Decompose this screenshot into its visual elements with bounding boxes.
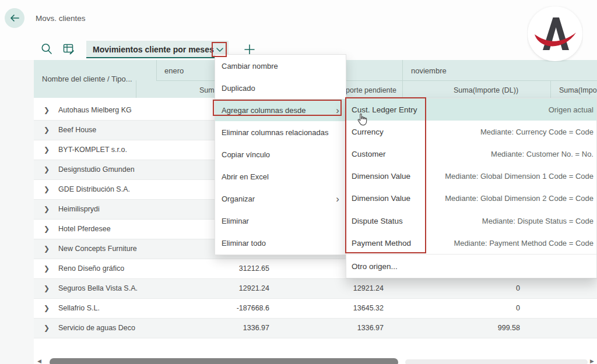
expand-chevron-icon[interactable]: ❯ — [44, 259, 50, 278]
customer-name: Designstudio Gmunden — [58, 160, 135, 179]
menu-item-label: Organizar — [222, 195, 255, 203]
menu-item-label: Abrir en Excel — [222, 172, 269, 181]
submenu-item-dimension-value-2[interactable]: Dimension Value Mediante: Global Dimensi… — [346, 188, 596, 210]
submenu-item-detail: Mediante: Payment Method Code = Code — [454, 239, 594, 248]
cell-value: 13645.32 — [353, 299, 384, 318]
column-header-suma-importe-dl[interactable]: Suma(Importe (DL)) — [454, 86, 518, 94]
menu-item-label: Cambiar nombre — [222, 62, 278, 70]
expand-chevron-icon[interactable]: ❯ — [44, 319, 50, 338]
customer-name: Seguros Bella Vista S.A. — [58, 279, 138, 298]
column-header-customer-name[interactable]: Nombre del cliente / Tipo... — [42, 60, 132, 98]
chevron-right-icon: › — [336, 194, 339, 204]
view-context-menu: Cambiar nombre Duplicado Agregar columna… — [215, 54, 346, 255]
customer-name: New Concepts Furniture — [58, 239, 137, 259]
scrollbar-track[interactable] — [405, 359, 588, 364]
menu-item-eliminar-columnas-relacionadas[interactable]: Eliminar columnas relacionadas — [215, 121, 346, 143]
company-logo — [527, 6, 583, 62]
tab-view-movimientos-cliente-por-meses[interactable]: Movimientos cliente por meses — [86, 41, 229, 58]
menu-item-eliminar[interactable]: Eliminar — [215, 210, 346, 232]
customer-name: Beef House — [58, 121, 96, 140]
submenu-item-payment-method[interactable]: Payment Method Mediante: Payment Method … — [346, 232, 596, 254]
header-divider — [550, 80, 551, 98]
menu-item-duplicado[interactable]: Duplicado — [215, 77, 346, 99]
submenu-item-dimension-value-1[interactable]: Dimension Value Mediante: Global Dimensi… — [346, 165, 596, 188]
header-divider — [402, 60, 403, 98]
scroll-left-arrow-icon[interactable]: ◀ — [37, 358, 41, 364]
menu-item-label: Eliminar todo — [222, 239, 266, 248]
back-icon — [9, 13, 20, 23]
menu-item-eliminar-todo[interactable]: Eliminar todo — [215, 232, 346, 255]
expand-chevron-icon[interactable]: ❯ — [44, 140, 50, 160]
expand-chevron-icon[interactable]: ❯ — [44, 200, 50, 219]
menu-item-organizar[interactable]: Organizar › — [215, 188, 346, 210]
business-central-window: Movs. clientes Movimientos cliente por m… — [0, 0, 597, 364]
expand-chevron-icon[interactable]: ❯ — [44, 299, 50, 318]
scrollbar-thumb[interactable] — [50, 358, 398, 364]
cell-value: 1336.97 — [243, 319, 269, 338]
customer-name: Autohaus Mielberg KG — [58, 101, 132, 120]
expand-chevron-icon[interactable]: ❯ — [44, 160, 50, 179]
scroll-right-arrow-icon[interactable]: ▶ — [590, 358, 594, 364]
customer-name: Sellafrio S.L. — [58, 299, 100, 318]
menu-item-cambiar-nombre[interactable]: Cambiar nombre — [215, 55, 346, 77]
add-columns-submenu: Cust. Ledger Entry Origen actual Currenc… — [346, 98, 597, 278]
menu-item-label: Duplicado — [222, 84, 255, 93]
expand-chevron-icon[interactable]: ❯ — [44, 121, 50, 140]
table-row[interactable]: ❯ Seguros Bella Vista S.A. 12921.24 1292… — [34, 279, 597, 299]
menu-item-label: Eliminar — [222, 217, 249, 225]
month-group-noviembre[interactable]: noviembre — [411, 66, 447, 75]
submenu-item-detail: Mediante: Dispute Status = Code — [482, 217, 594, 225]
menu-item-abrir-en-excel[interactable]: Abrir en Excel — [215, 165, 346, 188]
aitana-logo-icon — [527, 6, 583, 62]
cell-value: 0 — [516, 279, 520, 298]
column-header-importe-pendiente[interactable]: Importe pendiente — [338, 86, 396, 94]
menu-item-agregar-columnas-desde[interactable]: Agregar columnas desde › — [215, 99, 346, 121]
submenu-item-label: Dispute Status — [352, 217, 403, 225]
submenu-item-otro-origen[interactable]: Otro origen... — [346, 255, 596, 278]
month-group-enero[interactable]: enero — [164, 66, 184, 75]
submenu-item-detail: Mediante: Global Dimension 2 Code = Code — [445, 194, 594, 203]
chevron-right-icon: › — [336, 105, 339, 115]
customer-name: GDE Distribución S.A. — [58, 180, 130, 199]
expand-chevron-icon[interactable]: ❯ — [44, 220, 50, 239]
column-header-suma-importe-2[interactable]: Suma(Impo — [559, 86, 597, 94]
cell-value: -187668.6 — [237, 299, 269, 318]
analysis-mode-button[interactable] — [62, 42, 76, 56]
submenu-item-cust-ledger-entry[interactable]: Cust. Ledger Entry Origen actual — [346, 98, 596, 121]
left-gutter — [0, 60, 34, 364]
table-row[interactable]: ❯ Sellafrio S.L. -187668.6 13645.32 0 — [34, 299, 597, 319]
expand-chevron-icon[interactable]: ❯ — [44, 101, 50, 120]
search-button[interactable] — [40, 42, 54, 56]
submenu-item-label: Dimension Value — [352, 194, 410, 203]
tab-active-underline — [86, 57, 229, 58]
expand-chevron-icon[interactable]: ❯ — [44, 239, 50, 259]
search-icon — [40, 42, 54, 56]
cell-value: 12921.24 — [239, 279, 269, 298]
submenu-item-customer[interactable]: Customer Mediante: Customer No. = No. — [346, 143, 596, 165]
table-row[interactable]: ❯ Servicio de aguas Deco 1336.97 1336.97… — [34, 319, 597, 338]
customer-name: BYT-KOMPLET s.r.o. — [58, 140, 127, 160]
cell-value: 1336.97 — [357, 319, 384, 338]
cell-value: 12921.24 — [353, 279, 384, 298]
customer-name: Servicio de aguas Deco — [58, 319, 135, 338]
submenu-item-detail: Origen actual — [549, 105, 594, 114]
back-button[interactable] — [5, 8, 24, 28]
menu-item-label: Eliminar columnas relacionadas — [222, 128, 329, 137]
submenu-item-label: Dimension Value — [352, 172, 410, 181]
menu-item-label: Copiar vínculo — [222, 150, 270, 159]
view-tab-label: Movimientos cliente por meses — [86, 45, 214, 54]
submenu-item-detail: Mediante: Global Dimension 1 Code = Code — [445, 172, 594, 181]
expand-chevron-icon[interactable]: ❯ — [44, 279, 50, 298]
customer-name: Heimilisprydi — [58, 200, 100, 219]
analysis-icon — [62, 42, 76, 56]
menu-item-label: Agregar columnas desde — [222, 106, 306, 115]
menu-item-copiar-vinculo[interactable]: Copiar vínculo — [215, 143, 346, 165]
submenu-item-dispute-status[interactable]: Dispute Status Mediante: Dispute Status … — [346, 210, 596, 232]
expand-chevron-icon[interactable]: ❯ — [44, 180, 50, 199]
submenu-item-currency[interactable]: Currency Mediante: Currency Code = Code — [346, 121, 596, 143]
cell-value: 31212.65 — [239, 259, 269, 278]
cell-value: 0 — [516, 299, 520, 318]
customer-name: Hotel Pferdesee — [58, 220, 111, 239]
customer-name: Reno Diseño gráfico — [58, 259, 124, 278]
cell-value: 999.58 — [498, 319, 520, 338]
